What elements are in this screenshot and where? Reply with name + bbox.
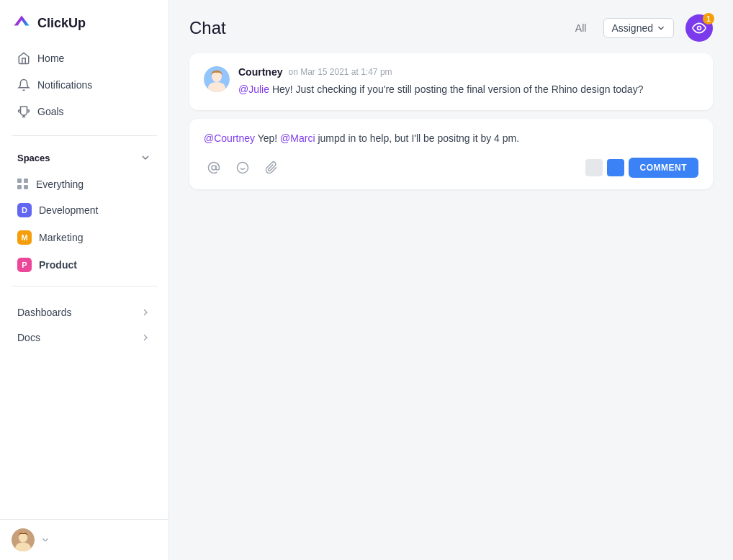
- development-label: Development: [39, 204, 99, 216]
- notifications-label: Notifications: [37, 79, 92, 91]
- sidebar-item-goals[interactable]: Goals: [6, 99, 163, 125]
- sidebar-item-home[interactable]: Home: [6, 45, 163, 71]
- message-avatar: [204, 66, 230, 92]
- reply-text2: jumpd in to help, but I'll be positng it…: [315, 132, 520, 144]
- sidebar-sections: Dashboards Docs: [0, 299, 168, 351]
- message-body: Hey! Just checking if you're still posti…: [269, 83, 643, 95]
- goals-label: Goals: [37, 106, 64, 117]
- main-content: Chat All Assigned 1: [169, 0, 733, 560]
- notification-bell-button[interactable]: 1: [685, 14, 713, 42]
- attach-button[interactable]: [261, 158, 282, 178]
- paperclip-icon: [265, 161, 278, 174]
- mention-julie[interactable]: @Julie: [238, 83, 269, 95]
- message-header: Courtney on Mar 15 2021 at 1:47 pm: [238, 66, 698, 78]
- input-icons: [204, 158, 282, 178]
- sidebar-item-dashboards[interactable]: Dashboards: [6, 300, 163, 325]
- format-toggle-off[interactable]: [585, 159, 603, 176]
- chat-area: Courtney on Mar 15 2021 at 1:47 pm @Juli…: [169, 53, 733, 560]
- sidebar-nav: Home Notifications Goals: [0, 42, 168, 128]
- sidebar-item-product[interactable]: P Product: [6, 252, 163, 278]
- spaces-label: Spaces: [17, 153, 50, 163]
- mention-button[interactable]: [204, 158, 224, 178]
- svg-marker-0: [14, 16, 30, 26]
- dashboards-label: Dashboards: [17, 307, 72, 318]
- sidebar-footer[interactable]: [0, 519, 168, 560]
- message-author: Courtney: [238, 66, 282, 78]
- home-label: Home: [37, 53, 64, 64]
- sidebar-item-development[interactable]: D Development: [6, 197, 163, 223]
- message-time: on Mar 15 2021 at 1:47 pm: [288, 67, 392, 77]
- logo-area[interactable]: ClickUp: [0, 0, 168, 42]
- sidebar-item-marketing[interactable]: M Marketing: [6, 225, 163, 250]
- marketing-label: Marketing: [39, 232, 83, 243]
- everything-label: Everything: [36, 179, 84, 190]
- chat-input-area[interactable]: @Courtney Yep! @Marci jumpd in to help, …: [189, 119, 713, 189]
- sidebar-divider-2: [12, 286, 157, 286]
- trophy-icon: [17, 105, 30, 118]
- user-avatar-image: [12, 528, 35, 551]
- bell-icon: [17, 78, 30, 91]
- user-chevron-icon: [40, 535, 50, 545]
- emoji-icon: [236, 161, 249, 174]
- product-label: Product: [39, 259, 77, 271]
- marketing-badge: M: [17, 230, 32, 245]
- product-badge: P: [17, 258, 32, 272]
- courtney-avatar: [204, 66, 230, 92]
- filter-assigned-button[interactable]: Assigned: [603, 18, 674, 38]
- chevron-right-icon-docs: [140, 332, 151, 343]
- sidebar-item-docs[interactable]: Docs: [6, 325, 163, 350]
- input-toolbar: COMMENT: [204, 158, 698, 178]
- svg-point-8: [212, 166, 216, 170]
- home-icon: [17, 52, 30, 65]
- chevron-down-assigned-icon: [656, 23, 666, 33]
- emoji-button[interactable]: [233, 158, 253, 178]
- reply-text: @Courtney Yep! @Marci jumpd in to help, …: [204, 130, 698, 146]
- chevron-down-icon: [140, 152, 151, 163]
- message-item: Courtney on Mar 15 2021 at 1:47 pm @Juli…: [189, 53, 713, 110]
- clickup-logo-icon: [12, 13, 32, 33]
- sidebar-divider: [12, 135, 157, 136]
- at-icon: [207, 161, 220, 174]
- avatar: [12, 528, 35, 551]
- grid-icon: [17, 179, 29, 190]
- docs-label: Docs: [17, 332, 40, 343]
- sidebar: ClickUp Home Notifications Goals: [0, 0, 169, 560]
- sidebar-item-notifications[interactable]: Notifications: [6, 72, 163, 98]
- chat-header: Chat All Assigned 1: [169, 0, 733, 53]
- spaces-header[interactable]: Spaces: [6, 146, 163, 169]
- message-content: Courtney on Mar 15 2021 at 1:47 pm @Juli…: [238, 66, 698, 97]
- mention-courtney[interactable]: @Courtney: [204, 132, 255, 144]
- format-toggle-on[interactable]: [607, 159, 624, 176]
- assigned-label: Assigned: [611, 22, 653, 34]
- reply-text1: Yep!: [255, 132, 280, 144]
- mention-marci[interactable]: @Marci: [280, 132, 315, 144]
- chevron-right-icon: [140, 307, 151, 318]
- svg-point-9: [238, 163, 248, 173]
- page-title: Chat: [189, 18, 558, 38]
- notification-badge: 1: [703, 13, 714, 24]
- svg-point-4: [698, 27, 701, 30]
- filter-all-button[interactable]: All: [570, 19, 593, 37]
- comment-button[interactable]: COMMENT: [629, 158, 699, 178]
- sidebar-item-everything[interactable]: Everything: [6, 173, 163, 196]
- logo-text: ClickUp: [37, 16, 86, 31]
- development-badge: D: [17, 203, 32, 217]
- message-text: @Julie Hey! Just checking if you're stil…: [238, 82, 698, 97]
- input-right-controls: COMMENT: [585, 158, 699, 178]
